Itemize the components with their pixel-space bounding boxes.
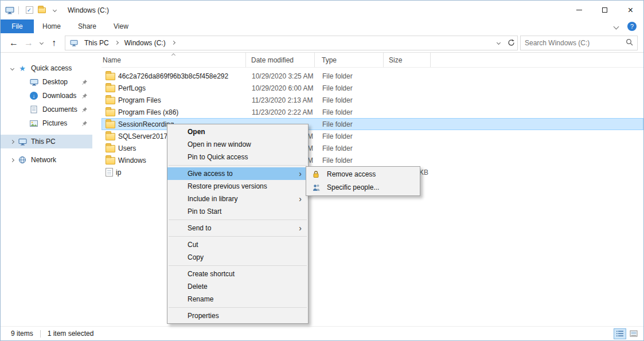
address-bar[interactable]: This PC Windows (C:) (65, 36, 518, 50)
help-icon[interactable]: ? (627, 22, 637, 31)
file-type: File folder (315, 132, 384, 140)
pin-icon (81, 107, 88, 115)
menu-item-create-shortcut[interactable]: Create shortcut (167, 268, 308, 280)
submenu-arrow-icon: › (299, 167, 302, 180)
file-name: 46c2a726da869f96b3b8c5f458e292 (118, 72, 228, 80)
pin-icon (81, 120, 88, 128)
file-row[interactable]: Program Files 11/23/2020 2:13 AM File fo… (102, 94, 643, 106)
file-type: File folder (315, 96, 384, 104)
close-button[interactable]: × (618, 1, 643, 19)
file-explorer-window: ✓ Windows (C:) × File Home Share View ? … (0, 0, 644, 341)
details-view-icon (616, 330, 624, 337)
qat-properties-button[interactable]: ✓ (23, 4, 36, 17)
maximize-button[interactable] (592, 1, 618, 19)
search-input[interactable] (525, 39, 626, 47)
ribbon-tab-bar: File Home Share View ? (1, 19, 643, 33)
menu-item-send-to[interactable]: Send to› (167, 222, 308, 234)
properties-check-icon: ✓ (26, 6, 33, 14)
thumbnails-view-icon (630, 330, 638, 337)
close-icon: × (628, 6, 633, 15)
window-title: Windows (C:) (68, 6, 109, 14)
file-type: File folder (315, 72, 384, 80)
refresh-button[interactable] (505, 36, 517, 50)
search-box[interactable] (520, 36, 638, 50)
sidebar-item-this-pc[interactable]: This PC (1, 135, 92, 148)
breadcrumb-separator-icon[interactable] (115, 41, 119, 45)
sort-ascending-icon (171, 53, 175, 57)
folder-icon (106, 73, 115, 80)
selected-count: 1 item selected (48, 330, 94, 338)
sidebar-item-desktop[interactable]: Desktop (1, 75, 92, 89)
menu-item-pin-to-start[interactable]: Pin to Start (167, 205, 308, 218)
menu-item-delete[interactable]: Delete (167, 280, 308, 293)
menu-item-restore-previous-versions[interactable]: Restore previous versions (167, 180, 308, 193)
menu-item-pin-to-quick-access[interactable]: Pin to Quick access (167, 151, 308, 163)
chevron-down-icon (52, 8, 56, 12)
menu-item-rename[interactable]: Rename (167, 293, 308, 305)
file-row[interactable]: Program Files (x86) 11/23/2020 2:22 AM F… (102, 106, 643, 118)
chevron-down-icon (39, 41, 43, 45)
chevron-down-icon[interactable] (10, 66, 14, 70)
file-row[interactable]: 46c2a726da869f96b3b8c5f458e292 10/29/202… (102, 70, 643, 82)
downloads-icon: ↓ (30, 92, 38, 100)
file-row[interactable]: PerfLogs 10/29/2020 6:00 AM File folder (102, 82, 643, 94)
new-folder-icon (38, 7, 46, 13)
qat-customize-button[interactable] (48, 4, 61, 17)
refresh-icon (508, 39, 515, 46)
breadcrumb-this-pc[interactable]: This PC (81, 39, 112, 47)
minimize-button[interactable] (566, 1, 592, 19)
expand-ribbon-icon[interactable] (614, 23, 619, 29)
chevron-right-icon[interactable] (10, 158, 14, 162)
column-header-size[interactable]: Size (384, 53, 431, 67)
folder-icon (106, 97, 115, 104)
file-name: PerfLogs (118, 84, 146, 92)
menu-item-properties[interactable]: Properties (167, 309, 308, 322)
sidebar-item-network[interactable]: Network (1, 153, 92, 167)
menu-item-include-in-library[interactable]: Include in library› (167, 193, 308, 205)
search-icon[interactable] (626, 38, 633, 48)
thumbnails-view-button[interactable] (627, 328, 640, 339)
menu-item-copy[interactable]: Copy (167, 251, 308, 264)
sidebar-item-quick-access[interactable]: ★ Quick access (1, 61, 92, 75)
breadcrumb-separator-icon[interactable] (171, 41, 175, 45)
people-icon (313, 184, 321, 191)
desktop-icon (29, 79, 38, 86)
column-header-type[interactable]: Type (315, 53, 384, 67)
tab-home[interactable]: Home (34, 19, 69, 33)
tab-file[interactable]: File (1, 19, 34, 33)
file-name: Users (118, 144, 136, 152)
up-button[interactable]: ↑ (46, 36, 61, 50)
chevron-right-icon[interactable] (10, 139, 14, 143)
status-bar: 9 items 1 item selected (1, 326, 643, 340)
sidebar-item-pictures[interactable]: Pictures (1, 116, 92, 130)
sidebar-item-documents[interactable]: Documents (1, 103, 92, 116)
column-header-label: Name (103, 56, 121, 64)
file-date: 10/29/2020 6:00 AM (247, 84, 315, 92)
address-dropdown-button[interactable] (492, 36, 505, 50)
menu-item-open[interactable]: Open (167, 126, 308, 138)
menu-item-cut[interactable]: Cut (167, 238, 308, 251)
file-name: Program Files (x86) (118, 108, 178, 116)
column-header-date-modified[interactable]: Date modified (246, 53, 315, 67)
submenu-item-specific-people[interactable]: Specific people... (306, 181, 420, 194)
submenu-item-remove-access[interactable]: Remove access (306, 168, 420, 181)
back-button[interactable]: ← (6, 36, 21, 50)
qat-new-folder-button[interactable] (36, 4, 48, 17)
forward-button[interactable]: → (21, 36, 36, 50)
context-menu: Open Open in new window Pin to Quick acc… (167, 124, 309, 324)
navigation-bar: ← → ↑ This PC Windows (C:) (1, 33, 643, 53)
file-type: File folder (315, 84, 384, 92)
menu-item-open-in-new-window[interactable]: Open in new window (167, 138, 308, 151)
explorer-window-icon (5, 6, 14, 14)
sidebar-item-downloads[interactable]: ↓ Downloads (1, 89, 92, 103)
documents-icon (29, 105, 38, 113)
sidebar-item-label: Pictures (42, 119, 67, 127)
sidebar-item-label: Downloads (42, 92, 76, 100)
menu-item-give-access-to[interactable]: Give access to› (167, 167, 308, 180)
tab-share[interactable]: Share (69, 19, 105, 33)
recent-locations-button[interactable] (36, 36, 46, 50)
breadcrumb-windows-c[interactable]: Windows (C:) (122, 39, 169, 47)
column-header-name[interactable]: Name (102, 53, 246, 67)
details-view-button[interactable] (614, 328, 626, 339)
tab-view[interactable]: View (105, 19, 137, 33)
